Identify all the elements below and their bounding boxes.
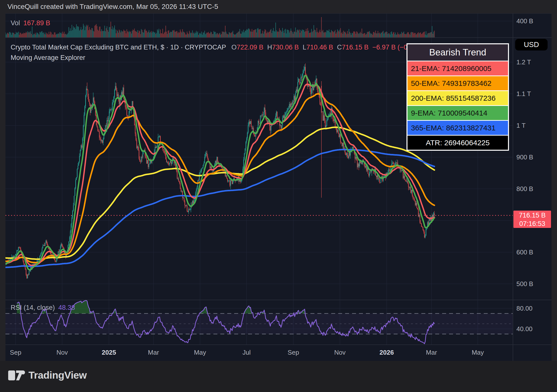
price-axis-label: 900 B [516,153,533,161]
symbol-title[interactable]: Crypto Total Market Cap Excluding BTC an… [11,44,226,51]
price-axis-label: 1.2 T [516,58,531,66]
time-axis-label: 2026 [380,349,394,356]
open-value: 722.09 B [237,44,263,51]
volume-label: Vol [11,19,20,27]
rsi-legend: RSI (14, close)48.38 [11,304,75,312]
price-axis-label: 40.00 [516,325,532,333]
time-axis-label: May [194,349,206,356]
time-axis-label: Sep [288,349,299,356]
time-axis-label: 2025 [102,349,116,356]
low-value: 710.46 B [306,44,333,51]
current-price-value: 716.15 B [513,211,551,220]
price-axis-label: 500 B [516,280,533,288]
high-value: 730.06 B [272,44,299,51]
volume-value: 167.89 B [24,19,50,27]
close-label: C [337,44,342,51]
time-axis-label: May [472,349,484,356]
time-axis-label: Nov [334,349,346,356]
legend-row: 50-EMA: 749319783462 [407,76,508,90]
time-axis-label: Mar [148,349,159,356]
legend-row: 9-EMA: 710009540414 [407,106,508,120]
trend-legend-box: Bearish Trend 21-EMA: 71420896000550-EMA… [407,44,509,150]
rsi-value: 48.38 [58,304,75,311]
tradingview-logo[interactable]: TradingView [8,369,87,381]
symbol-legend[interactable]: Crypto Total Market Cap Excluding BTC an… [11,44,425,51]
price-axis-label: 600 B [516,248,533,256]
time-axis-label: Sep [10,349,21,356]
close-value: 716.15 B [342,44,369,51]
price-axis-label: 800 B [516,185,533,193]
bar-countdown: 07:16:53 [513,220,551,228]
price-axis-label: 400 B [516,17,533,25]
time-axis-label: Jul [242,349,251,356]
legend-row: 365-EMA: 862313827431 [407,121,508,135]
rsi-pane-plot [5,300,513,344]
trend-legend-title: Bearish Trend [407,44,508,61]
price-axis-label: 80.00 [516,305,532,312]
open-label: O [231,44,237,51]
legend-row: ATR: 26946064225 [407,136,508,150]
rsi-label: RSI (14, close) [11,304,55,311]
right-margin [552,13,557,361]
tradingview-logo-icon [8,370,25,381]
price-axis-label: 1.1 T [516,90,531,98]
price-axis-label: 1 T [516,122,526,129]
volume-legend: Vol167.89 B [11,19,50,27]
current-price-tag: 716.15 B 07:16:53 [513,211,551,228]
indicator-title[interactable]: Moving Average Explorer [11,54,85,62]
legend-row: 200-EMA: 855154587236 [407,91,508,105]
legend-row: 21-EMA: 714208960005 [407,61,508,75]
currency-toggle-button[interactable]: USD [515,39,548,50]
high-label: H [267,44,272,51]
time-axis-label: Nov [56,349,68,356]
left-margin [0,13,5,361]
volume-bars [5,17,435,38]
time-axis-label: Mar [426,349,437,356]
tradingview-chart-window: VinceQuill created with TradingView.com,… [0,0,557,392]
attribution-text: VinceQuill created with TradingView.com,… [7,3,218,11]
low-label: L [303,44,306,51]
tradingview-logo-text: TradingView [28,369,87,381]
